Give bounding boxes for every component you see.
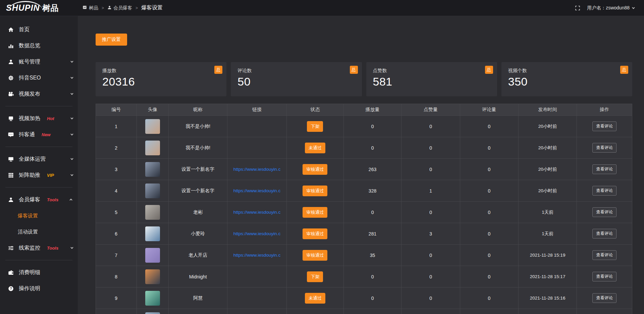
cell-plays: 0 (343, 116, 401, 137)
cell-comments: 0 (460, 202, 518, 223)
cell-nickname: Midnight (169, 266, 227, 287)
cell-publish-time: 20小时前 (518, 116, 577, 137)
breadcrumb-separator: > (136, 6, 138, 10)
cell-likes: 3 (401, 223, 460, 245)
username-label: 用户名：zswodun88 (587, 5, 630, 11)
sidebar-item-spending-details[interactable]: 消费明细 (0, 264, 78, 280)
video-link[interactable]: https://www.iesdouyin.c (227, 210, 286, 215)
sliders-icon (8, 245, 14, 251)
view-comments-button[interactable]: 查看评论 (592, 207, 616, 217)
chevron-down-icon (70, 246, 73, 249)
status-button[interactable]: 审核通过 (303, 164, 327, 175)
sidebar-item-matrix-boost[interactable]: 矩阵助推 VIP (0, 167, 78, 183)
view-comments-button[interactable]: 查看评论 (592, 121, 616, 131)
cell-plays: 0 (343, 287, 401, 309)
promotion-settings-button[interactable]: 推广设置 (96, 34, 127, 46)
view-comments-button[interactable]: 查看评论 (592, 229, 616, 239)
breadcrumb-item-member[interactable]: 会员爆客 (107, 5, 132, 11)
cell-avatar (137, 159, 169, 180)
cell-likes: 0 (401, 116, 460, 137)
view-comments-button[interactable]: 查看评论 (592, 164, 616, 174)
chevron-down-icon (70, 60, 73, 62)
chat-bubble-icon (8, 132, 14, 138)
sidebar-item-account-management[interactable]: 账号管理 (0, 54, 78, 70)
cell-status: 未通过 (287, 287, 343, 309)
sidebar-subitem-baoke-settings[interactable]: 爆客设置 (0, 208, 78, 224)
cell-actions: 查看评论 (577, 137, 632, 159)
cell-likes: 1 (401, 180, 460, 202)
cell-link: https://www.iesdouyin.c (227, 159, 286, 180)
status-button[interactable]: 下架 (307, 271, 323, 282)
sidebar-item-label: 消费明细 (19, 269, 40, 276)
tools-badge: Tools (47, 246, 58, 251)
cell-link (227, 309, 286, 314)
video-link[interactable]: https://www.iesdouyin.c (227, 253, 286, 258)
col-header-plays: 播放量 (343, 104, 401, 116)
view-comments-button[interactable]: 查看评论 (592, 250, 616, 260)
breadcrumb-item-root[interactable]: 树品 (83, 5, 98, 11)
sidebar-item-operation-guide[interactable]: ? 操作说明 (0, 280, 78, 297)
sidebar-subitem-activity-settings[interactable]: 活动设置 (0, 224, 78, 240)
status-button[interactable]: 未通过 (305, 143, 325, 153)
logo-arc (8, 1, 43, 11)
cell-publish-time (518, 309, 577, 314)
cell-publish-time: 1天前 (518, 202, 577, 223)
cell-id: 1 (96, 116, 137, 137)
video-link[interactable]: https://www.iesdouyin.c (227, 167, 286, 172)
cell-actions (577, 309, 632, 314)
view-comments-button[interactable]: 查看评论 (592, 143, 616, 153)
cell-actions: 查看评论 (577, 116, 632, 137)
video-link[interactable]: https://www.iesdouyin.c (227, 231, 286, 236)
table-header-row: 编号 头像 昵称 链接 状态 播放量 点赞量 评论量 发布时间 操作 (96, 104, 632, 116)
status-button[interactable]: 审核通过 (303, 228, 327, 239)
sidebar-item-video-heating[interactable]: 视频加热 Hot (0, 110, 78, 126)
cell-status: 审核通过 (287, 202, 343, 223)
sidebar-item-douyin-seo[interactable]: 抖音SEO (0, 70, 78, 86)
sidebar-item-home[interactable]: 首页 (0, 21, 78, 38)
sidebar-item-clue-monitoring[interactable]: 线索监控 Tools (0, 240, 78, 256)
avatar (145, 226, 160, 241)
table-row: 3 设置一个新名字 https://www.iesdouyin.c 审核通过 2… (96, 159, 632, 180)
cell-comments: 0 (460, 159, 518, 180)
view-comments-button[interactable]: 查看评论 (592, 186, 616, 196)
chevron-down-icon (70, 133, 73, 135)
cell-id: 9 (96, 287, 137, 309)
col-header-publish-time: 发布时间 (518, 104, 577, 116)
stat-label: 评论数 (237, 68, 355, 74)
sidebar-item-label: 首页 (19, 26, 30, 33)
chevron-down-icon (70, 92, 73, 95)
cell-comments: 0 (460, 116, 518, 137)
table-row: 2 我不是小帅! 未通过 0 0 0 20小时前 查看评论 (96, 137, 632, 159)
avatar (145, 141, 160, 155)
cell-plays: 263 (343, 159, 401, 180)
cell-actions: 查看评论 (577, 287, 632, 309)
sidebar-item-data-overview[interactable]: 数据总览 (0, 38, 78, 54)
view-comments-button[interactable]: 查看评论 (592, 272, 616, 281)
cell-status: 未通过 (287, 137, 343, 159)
cell-actions: 查看评论 (577, 202, 632, 223)
cell-status: 审核通过 (287, 245, 343, 266)
stat-cards: 播放数 20316 总 评论数 50 总 点赞数 581 总 视频个数 350 (96, 62, 632, 96)
cell-plays (343, 309, 401, 314)
sidebar-item-member-baoke[interactable]: 会员爆客 Tools (0, 192, 78, 208)
video-link[interactable]: https://www.iesdouyin.c (227, 188, 286, 193)
table-row (96, 309, 632, 314)
cell-id: 7 (96, 245, 137, 266)
cell-avatar (137, 223, 169, 245)
user-menu[interactable]: 用户名：zswodun88 (587, 5, 634, 11)
status-button[interactable]: 下架 (307, 121, 323, 132)
status-button[interactable]: 未通过 (305, 293, 325, 304)
sidebar-item-doukettong[interactable]: 抖客通 New (0, 126, 78, 143)
view-comments-button[interactable]: 查看评论 (592, 293, 616, 303)
svg-text:?: ? (10, 286, 12, 290)
status-button[interactable]: 审核通过 (303, 250, 327, 261)
status-button[interactable]: 审核通过 (303, 207, 327, 218)
sidebar-item-label: 视频发布 (19, 91, 40, 98)
status-button[interactable]: 审核通过 (303, 186, 327, 196)
fullscreen-button[interactable] (575, 5, 580, 11)
topbar-right: 用户名：zswodun88 (575, 5, 644, 11)
col-header-comments: 评论量 (460, 104, 518, 116)
sidebar-item-omnimedia[interactable]: 全媒体运营 (0, 151, 78, 167)
cell-comments: 0 (460, 180, 518, 202)
sidebar-item-video-publish[interactable]: 视频发布 (0, 86, 78, 102)
